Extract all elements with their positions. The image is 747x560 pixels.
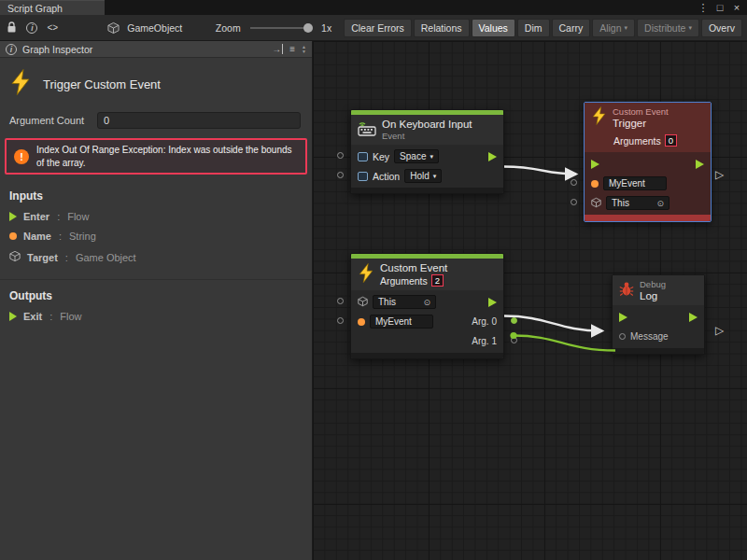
key-icon xyxy=(358,152,368,161)
string-port-icon xyxy=(9,232,17,240)
arg0-output-port[interactable] xyxy=(511,317,517,324)
chevron-down-icon: ▾ xyxy=(430,153,433,161)
zoom-label: Zoom xyxy=(216,22,241,34)
flow-output-port[interactable] xyxy=(689,313,698,322)
lock-icon[interactable] xyxy=(5,20,19,36)
graph-canvas[interactable]: On Keyboard Input Event Key Space▾ Actio… xyxy=(313,41,747,560)
flow-input-port[interactable] xyxy=(591,160,599,169)
tab-script-graph[interactable]: Script Graph xyxy=(0,0,105,15)
clear-errors-button[interactable]: Clear Errors xyxy=(344,19,412,37)
unity-window: Script Graph ⋮ □ × i <> GameObject Zoom … xyxy=(0,0,747,560)
key-input-port[interactable] xyxy=(337,152,344,159)
overview-button[interactable]: Overv xyxy=(701,19,742,37)
action-dropdown[interactable]: Hold▾ xyxy=(404,169,442,183)
align-button[interactable]: Align▾ xyxy=(592,19,635,37)
maximize-icon[interactable]: □ xyxy=(713,2,726,13)
target-input-port[interactable] xyxy=(337,298,344,304)
event-name-field[interactable]: MyEvent xyxy=(603,176,667,190)
node-custom-event[interactable]: Custom Event Arguments 2 This⊙ xyxy=(350,253,504,359)
node-footer xyxy=(351,353,503,358)
dim-button[interactable]: Dim xyxy=(517,19,550,37)
cube-icon xyxy=(591,195,601,212)
output-pin-exit: Exit:Flow xyxy=(9,311,312,322)
arguments-label: Arguments xyxy=(380,275,428,287)
node-trigger-custom-event[interactable]: Custom Event Trigger Arguments 0 MyEvent xyxy=(584,102,712,222)
wire-arg0-to-message[interactable] xyxy=(514,336,615,351)
name-input-port[interactable] xyxy=(337,317,344,324)
keyboard-icon xyxy=(358,120,376,140)
info-icon: i xyxy=(6,44,17,55)
info-icon[interactable]: i xyxy=(25,20,39,36)
target-input-port[interactable] xyxy=(571,199,577,205)
wire-event-to-debug[interactable] xyxy=(504,316,602,331)
flow-arrow-icon xyxy=(9,212,17,221)
arguments-count-badge[interactable]: 2 xyxy=(431,274,444,287)
node-debug-log[interactable]: Debug Log Message xyxy=(612,274,705,355)
lightning-bolt-icon xyxy=(9,69,32,99)
key-dropdown[interactable]: Space▾ xyxy=(394,149,439,163)
node-title: Trigger xyxy=(613,118,669,129)
graph-inspector-panel: i Graph Inspector → ≡ ▲ ▼ Trigger Custom… xyxy=(0,41,313,560)
key-label: Key xyxy=(373,151,389,162)
node-footer xyxy=(613,348,704,354)
node-category: Custom Event xyxy=(613,106,669,117)
event-name-field[interactable]: MyEvent xyxy=(370,315,433,329)
inspector-title: Graph Inspector xyxy=(22,44,92,55)
inspector-header: i Graph Inspector → ≡ ▲ ▼ xyxy=(0,41,312,58)
carry-button[interactable]: Carry xyxy=(552,19,591,37)
flow-output-port[interactable] xyxy=(696,160,704,169)
lightning-bolt-icon xyxy=(591,106,607,129)
error-footer xyxy=(585,215,711,221)
chevron-down-icon: ▾ xyxy=(433,173,437,180)
titlebar: Script Graph ⋮ □ × xyxy=(0,0,747,15)
distribute-button[interactable]: Distribute▾ xyxy=(637,19,699,37)
arg0-label: Arg. 0 xyxy=(472,316,497,327)
target-field[interactable]: This⊙ xyxy=(373,295,436,309)
flow-indicator-icon: ▷ xyxy=(715,169,724,180)
gameobject-label[interactable]: GameObject xyxy=(127,22,182,34)
zoom-slider[interactable] xyxy=(250,27,312,29)
string-port-icon xyxy=(591,180,599,188)
arguments-count-badge[interactable]: 0 xyxy=(665,134,677,147)
flow-arrow-icon xyxy=(9,312,17,321)
action-input-port[interactable] xyxy=(337,172,344,178)
flow-indicator-icon: ▷ xyxy=(715,325,724,336)
message-label: Message xyxy=(630,331,669,342)
relations-button[interactable]: Relations xyxy=(414,19,470,37)
cube-icon xyxy=(358,294,368,311)
scroll-down-icon[interactable]: ▼ xyxy=(302,49,306,54)
wire-keyboard-to-trigger[interactable] xyxy=(504,167,576,175)
divider xyxy=(0,279,312,280)
code-view-icon[interactable]: <> xyxy=(46,20,60,36)
flow-output-port[interactable] xyxy=(488,152,497,161)
node-footer xyxy=(351,188,503,193)
target-picker-icon[interactable]: ⊙ xyxy=(416,298,430,307)
key-icon xyxy=(358,172,368,181)
node-title: On Keyboard Input xyxy=(382,119,472,130)
zoom-knob[interactable] xyxy=(303,23,313,33)
window-menu-icon[interactable]: ⋮ xyxy=(697,2,710,14)
node-on-keyboard-input[interactable]: On Keyboard Input Event Key Space▾ Actio… xyxy=(350,109,504,194)
node-category: Debug xyxy=(640,279,666,289)
argument-count-input[interactable] xyxy=(97,112,301,129)
gameobject-cube-icon xyxy=(106,20,120,36)
flow-input-port[interactable] xyxy=(619,313,627,322)
values-button[interactable]: Values xyxy=(472,19,515,37)
target-field[interactable]: This⊙ xyxy=(606,196,669,210)
outputs-header: Outputs xyxy=(9,289,312,302)
name-input-port[interactable] xyxy=(571,179,577,186)
error-message-box: ! Index Out Of Range Exception: Index wa… xyxy=(5,138,307,175)
close-icon[interactable]: × xyxy=(730,2,743,13)
inputs-header: Inputs xyxy=(9,189,312,203)
message-input-port[interactable] xyxy=(619,333,626,340)
chevron-down-icon: ▾ xyxy=(625,24,628,32)
bug-icon xyxy=(619,281,634,301)
chevron-down-icon: ▾ xyxy=(688,24,692,32)
flow-output-port[interactable] xyxy=(488,298,497,307)
arg1-output-port[interactable] xyxy=(511,337,517,343)
unit-title: Trigger Custom Event xyxy=(43,77,161,91)
error-message: Index Out Of Range Exception: Index was … xyxy=(36,144,298,169)
target-picker-icon[interactable]: ⊙ xyxy=(649,199,664,208)
dock-icon[interactable]: → xyxy=(272,44,283,54)
menu-icon[interactable]: ≡ xyxy=(289,44,295,54)
